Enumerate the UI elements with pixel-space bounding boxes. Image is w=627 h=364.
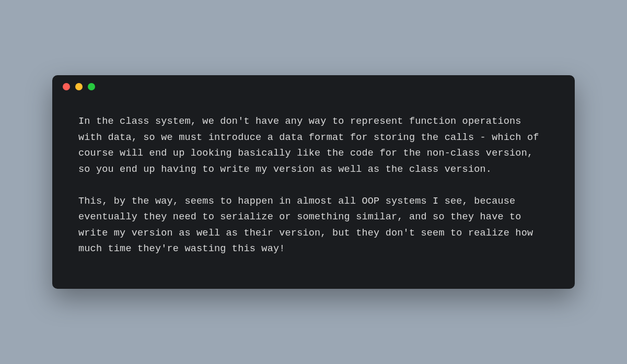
paragraph: In the class system, we don't have any w…: [78, 114, 549, 178]
window-titlebar: [52, 75, 575, 98]
close-icon[interactable]: [63, 83, 70, 90]
minimize-icon[interactable]: [75, 83, 83, 90]
terminal-content: In the class system, we don't have any w…: [52, 98, 575, 289]
terminal-window: In the class system, we don't have any w…: [52, 75, 575, 289]
paragraph: This, by the way, seems to happen in alm…: [78, 194, 549, 257]
maximize-icon[interactable]: [88, 83, 95, 90]
